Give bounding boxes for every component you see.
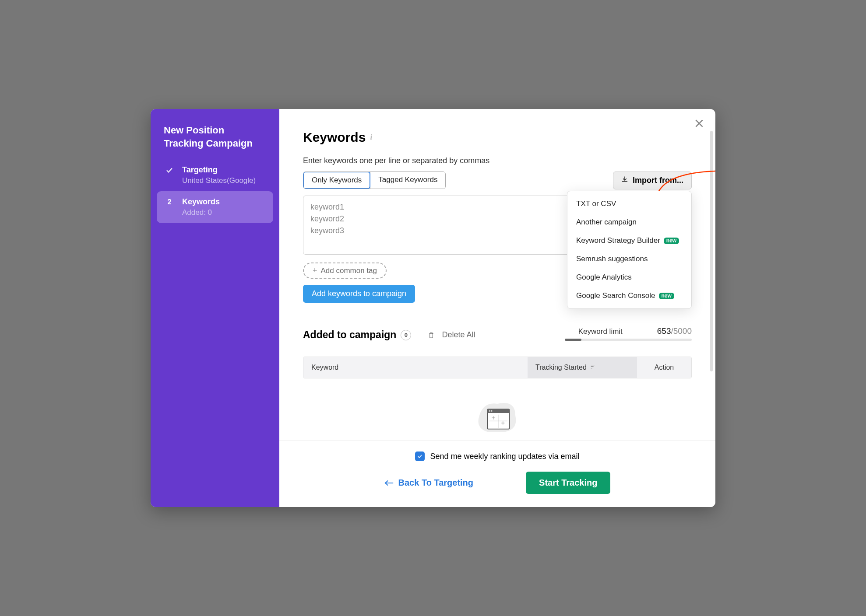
svg-point-7 xyxy=(489,410,490,412)
modal-window: New Position Tracking Campaign Targeting… xyxy=(151,109,715,507)
tab-only-keywords[interactable]: Only Keywords xyxy=(303,172,370,189)
keyword-limit: Keyword limit 653/5000 xyxy=(565,326,692,341)
svg-point-8 xyxy=(491,410,493,412)
keywords-table: Keyword Tracking Started Action xyxy=(303,357,692,378)
import-option-search-console[interactable]: Google Search Consolenew xyxy=(567,287,691,305)
main-panel: Keywords i Enter keywords one per line o… xyxy=(279,109,715,507)
instruction-text: Enter keywords one per line or separated… xyxy=(303,156,692,165)
add-common-tag-button[interactable]: + Add common tag xyxy=(303,262,387,279)
import-option-another-campaign[interactable]: Another campaign xyxy=(567,213,691,231)
column-tracking-started[interactable]: Tracking Started xyxy=(528,357,637,378)
wizard-sidebar: New Position Tracking Campaign Targeting… xyxy=(151,109,279,507)
download-icon xyxy=(621,176,628,185)
limit-progress-bar xyxy=(565,339,692,341)
step-name: Targeting xyxy=(182,165,256,175)
sidebar-title: New Position Tracking Campaign xyxy=(151,124,279,159)
footer: Send me weekly ranking updates via email… xyxy=(279,441,715,507)
info-icon[interactable]: i xyxy=(370,133,372,142)
added-title: Added to campaign xyxy=(303,329,396,341)
import-option-semrush[interactable]: Semrush suggestions xyxy=(567,250,691,268)
empty-state-image xyxy=(303,378,692,441)
import-option-txt-csv[interactable]: TXT or CSV xyxy=(567,195,691,213)
svg-rect-6 xyxy=(487,409,509,413)
sort-icon xyxy=(590,364,596,371)
delete-all-button[interactable]: Delete All xyxy=(442,330,475,340)
import-option-keyword-strategy[interactable]: Keyword Strategy Buildernew xyxy=(567,231,691,250)
step-number: 2 xyxy=(165,197,174,217)
import-option-google-analytics[interactable]: Google Analytics xyxy=(567,268,691,287)
step-name: Keywords xyxy=(182,197,220,206)
check-icon xyxy=(165,165,174,185)
column-action: Action xyxy=(637,357,691,378)
step-targeting[interactable]: Targeting United States(Google) xyxy=(151,159,279,191)
weekly-email-label: Send me weekly ranking updates via email xyxy=(430,452,579,461)
close-button[interactable] xyxy=(694,118,705,131)
start-tracking-button[interactable]: Start Tracking xyxy=(526,472,610,494)
add-keywords-button[interactable]: Add keywords to campaign xyxy=(303,285,415,303)
trash-icon xyxy=(428,331,435,339)
column-keyword[interactable]: Keyword xyxy=(303,357,528,378)
import-dropdown: TXT or CSV Another campaign Keyword Stra… xyxy=(567,191,692,309)
page-title: Keywords i xyxy=(303,130,692,145)
keyword-mode-tabs: Only Keywords Tagged Keywords xyxy=(303,172,446,189)
step-subtext: Added: 0 xyxy=(182,208,220,217)
weekly-email-checkbox[interactable] xyxy=(415,452,425,461)
step-keywords[interactable]: 2 Keywords Added: 0 xyxy=(157,191,273,223)
plus-icon: + xyxy=(313,266,317,275)
added-count-badge: 0 xyxy=(401,330,411,340)
back-button[interactable]: Back To Targeting xyxy=(384,478,474,488)
tab-tagged-keywords[interactable]: Tagged Keywords xyxy=(370,172,445,189)
step-subtext: United States(Google) xyxy=(182,176,256,185)
